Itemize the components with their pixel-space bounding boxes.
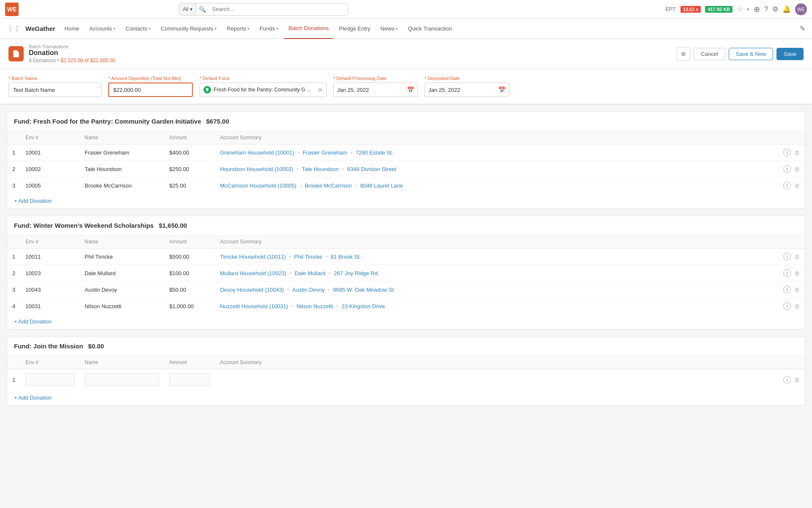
nav-item-reports[interactable]: Reports ▾ xyxy=(222,19,254,39)
name-input[interactable] xyxy=(85,373,159,386)
info-icon[interactable]: i xyxy=(783,269,791,277)
chevron-down-icon-2[interactable]: ▾ xyxy=(747,6,749,12)
info-icon[interactable]: i xyxy=(783,302,791,310)
help-icon[interactable]: ? xyxy=(764,6,768,13)
actions-cell: i 🗑 xyxy=(775,265,805,282)
account-link[interactable]: Tate Houndson xyxy=(302,166,338,172)
col-account: Account Summary xyxy=(215,356,775,369)
account-link[interactable]: Nilson Nuzzetti xyxy=(296,303,333,309)
row-num: 1 xyxy=(7,369,20,391)
fund-clear-icon[interactable]: ✕ xyxy=(318,86,323,93)
chevron-down-icon: ▾ xyxy=(148,26,151,31)
amount-label: * Amount Deposited (Total Not Met) xyxy=(108,76,193,81)
add-donation-button-1[interactable]: + Add Donation xyxy=(14,318,52,325)
account-link[interactable]: 23 Kingston Drive xyxy=(342,303,385,309)
batch-name-input[interactable] xyxy=(8,83,102,97)
delete-icon[interactable]: 🗑 xyxy=(794,287,800,293)
calendar-icon[interactable]: 📅 xyxy=(407,86,414,93)
nav-item-pledge-entry[interactable]: Pledge Entry xyxy=(335,19,374,39)
account-link[interactable]: 8348 Division Street xyxy=(347,166,396,172)
nav-item-community-requests[interactable]: Community Requests ▾ xyxy=(156,19,221,39)
nav-item-quick-transaction[interactable]: Quick Transaction xyxy=(403,19,456,39)
env-input[interactable] xyxy=(25,373,74,386)
save-new-button[interactable]: Save & New xyxy=(729,48,774,60)
col-amount: Amount xyxy=(164,356,215,369)
account-link[interactable]: Austin Devoy xyxy=(292,287,325,293)
account-link[interactable]: Houndson Household (10002) xyxy=(220,166,293,172)
ept-label: EPT: xyxy=(665,6,676,12)
gear-icon[interactable]: ⚙ xyxy=(772,5,778,13)
delete-icon[interactable]: 🗑 xyxy=(794,303,800,309)
env-cell: 10031 xyxy=(20,298,80,315)
cancel-button[interactable]: Cancel xyxy=(694,48,725,60)
account-link[interactable]: Mullard Household (10023) xyxy=(220,270,286,276)
proc-date-input[interactable] xyxy=(337,87,404,93)
nav-item-accounts[interactable]: Accounts ▾ xyxy=(85,19,119,39)
row-num: 1 xyxy=(7,144,20,161)
delete-icon[interactable]: 🗑 xyxy=(794,166,800,172)
info-icon[interactable]: i xyxy=(783,182,791,189)
account-link[interactable]: Frasier Greneham xyxy=(303,149,347,156)
delete-icon[interactable]: 🗑 xyxy=(794,149,800,156)
info-icon[interactable]: i xyxy=(783,165,791,173)
add-donation-button-2[interactable]: + Add Donation xyxy=(14,395,52,401)
account-link[interactable]: Brooke McCarrison xyxy=(305,182,352,189)
account-link[interactable]: McCarrison Household (10005) xyxy=(220,182,296,189)
delete-icon[interactable]: 🗑 xyxy=(794,377,800,383)
nav-label-news: News xyxy=(381,25,395,32)
account-link[interactable]: 81 Brook St. xyxy=(331,254,361,260)
search-input[interactable] xyxy=(208,3,348,15)
account-link[interactable]: Dale Mullard xyxy=(295,270,326,276)
amount-input[interactable] xyxy=(108,83,193,97)
account-link[interactable]: 9695 W. Oak Meadow St. xyxy=(333,287,395,293)
info-icon[interactable]: i xyxy=(783,253,791,260)
calendar-icon-2[interactable]: 📅 xyxy=(498,86,505,93)
nav-label-quick-transaction: Quick Transaction xyxy=(408,25,452,32)
donation-table-1: Env # Name Amount Account Summary 1 1001… xyxy=(7,235,805,314)
name-cell: Brooke McCarrison xyxy=(80,177,164,194)
nav-item-contacts[interactable]: Contacts ▾ xyxy=(121,19,155,39)
account-link[interactable]: Nuzzetti Household (10031) xyxy=(220,303,288,309)
info-icon[interactable]: i xyxy=(783,149,791,156)
bell-icon[interactable]: 🔔 xyxy=(782,5,791,13)
nav-item-batch-donations[interactable]: Batch Donations xyxy=(284,19,333,39)
info-icon[interactable]: i xyxy=(783,376,791,384)
env-cell: 10002 xyxy=(20,161,80,177)
nav-item-news[interactable]: News ▾ xyxy=(376,19,402,39)
fund-input-wrapper[interactable]: Fresh Food for the Pantry: Community G .… xyxy=(200,83,326,97)
fund-title-1: Fund: Winter Women's Weekend Scholarship… xyxy=(14,222,154,229)
app-name: WeGather xyxy=(25,25,55,32)
dep-date-input[interactable] xyxy=(428,87,496,93)
amount-field: * Amount Deposited (Total Not Met) xyxy=(108,76,193,97)
env-cell: 10043 xyxy=(20,282,80,298)
amount-cell: $400.00 xyxy=(164,144,215,161)
save-button[interactable]: Save xyxy=(776,48,804,60)
delete-icon[interactable]: 🗑 xyxy=(794,270,800,276)
fund-amount-1: $1,650.00 xyxy=(159,222,187,229)
account-link[interactable]: Devoy Household (10043) xyxy=(220,287,284,293)
edit-icon[interactable]: ✎ xyxy=(800,25,805,33)
avatar[interactable]: WE xyxy=(795,3,807,15)
plus-icon[interactable]: ⊕ xyxy=(754,5,760,14)
add-donation-button-0[interactable]: + Add Donation xyxy=(14,198,52,204)
account-link[interactable]: Timcke Household (10011) xyxy=(220,254,286,260)
account-link[interactable]: 7290 Estate St. xyxy=(356,149,393,156)
nav-item-home[interactable]: Home xyxy=(60,19,84,39)
amount-input-row[interactable] xyxy=(169,373,210,386)
star-icon[interactable]: ☆ xyxy=(737,5,743,13)
account-link[interactable]: 8048 Laurel Lane xyxy=(360,182,403,189)
account-link[interactable]: Phil Timcke xyxy=(294,254,322,260)
grid-icon[interactable]: ⋮⋮ xyxy=(7,25,20,33)
account-link[interactable]: 267 Joy Ridge Rd. xyxy=(334,270,379,276)
search-filter[interactable]: All ▾ xyxy=(179,3,196,15)
table-row: 3 10005 Brooke McCarrison $25.00 McCarri… xyxy=(7,177,805,194)
nav-item-funds[interactable]: Funds ▾ xyxy=(255,19,283,39)
delete-icon[interactable]: 🗑 xyxy=(794,182,800,189)
navbar: ⋮⋮ WeGather Home Accounts ▾ Contacts ▾ C… xyxy=(0,19,812,39)
info-icon[interactable]: i xyxy=(783,286,791,293)
actions-cell: i 🗑 xyxy=(775,161,805,177)
search-area: All ▾ 🔍 xyxy=(179,3,348,16)
account-link[interactable]: Greneham Household (10001) xyxy=(220,149,294,156)
settings-button[interactable]: ⚙ xyxy=(677,47,690,61)
delete-icon[interactable]: 🗑 xyxy=(794,254,800,260)
